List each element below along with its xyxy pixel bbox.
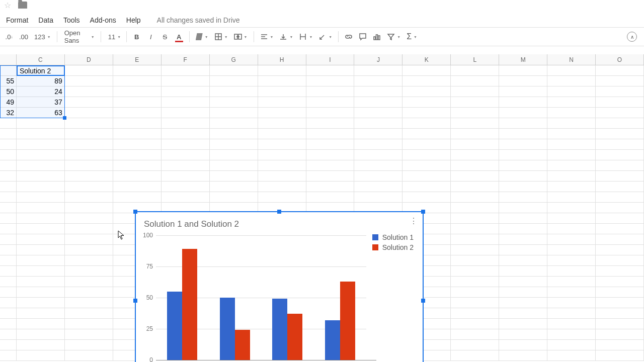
cell[interactable] xyxy=(499,76,547,86)
cell[interactable] xyxy=(499,340,547,350)
cell[interactable] xyxy=(354,108,403,118)
cell[interactable] xyxy=(547,192,596,203)
cell[interactable]: 55 xyxy=(0,76,17,86)
cell[interactable] xyxy=(499,213,547,224)
cell[interactable] xyxy=(65,129,113,139)
bold-button[interactable]: B xyxy=(131,30,143,43)
cell[interactable] xyxy=(596,329,644,340)
cell[interactable] xyxy=(354,139,403,150)
cell[interactable] xyxy=(17,213,65,224)
menu-data[interactable]: Data xyxy=(38,16,53,24)
cell[interactable] xyxy=(499,118,547,129)
cell[interactable] xyxy=(17,150,65,160)
cell[interactable] xyxy=(451,182,499,192)
cell[interactable] xyxy=(113,160,162,171)
cell[interactable] xyxy=(403,192,451,203)
bar[interactable] xyxy=(287,314,302,360)
cell[interactable] xyxy=(162,182,210,192)
cell[interactable] xyxy=(17,224,65,234)
cell[interactable] xyxy=(499,150,547,160)
cell[interactable] xyxy=(451,245,499,255)
cell[interactable] xyxy=(306,160,355,171)
cell[interactable] xyxy=(65,171,113,182)
cell[interactable] xyxy=(17,139,65,150)
legend-item[interactable]: Solution 2 xyxy=(372,243,414,251)
folder-icon[interactable] xyxy=(18,2,27,9)
cell[interactable] xyxy=(306,139,355,150)
cell[interactable] xyxy=(451,129,499,139)
cell[interactable] xyxy=(596,350,644,361)
cell[interactable] xyxy=(258,160,306,171)
cell[interactable] xyxy=(17,65,65,76)
cell[interactable] xyxy=(0,266,17,277)
bar[interactable] xyxy=(182,249,197,360)
halign-button[interactable] xyxy=(258,30,276,43)
cell[interactable] xyxy=(65,298,113,308)
column-header[interactable]: N xyxy=(547,54,596,65)
cell[interactable] xyxy=(162,150,210,160)
merge-cells-button[interactable] xyxy=(232,30,250,43)
cell[interactable] xyxy=(258,65,306,76)
cell[interactable] xyxy=(451,277,499,287)
grid-row[interactable] xyxy=(0,171,644,182)
cell[interactable] xyxy=(17,340,65,350)
cell[interactable] xyxy=(17,129,65,139)
cell[interactable] xyxy=(547,255,596,266)
cell[interactable] xyxy=(451,150,499,160)
cell[interactable] xyxy=(162,129,210,139)
text-color-button[interactable]: A xyxy=(173,30,185,43)
cell[interactable] xyxy=(258,150,306,160)
cell[interactable] xyxy=(162,86,210,97)
cell[interactable] xyxy=(113,76,162,86)
cell[interactable] xyxy=(17,266,65,277)
cell[interactable] xyxy=(547,129,596,139)
cell[interactable] xyxy=(547,76,596,86)
column-header[interactable]: L xyxy=(451,54,499,65)
cell[interactable] xyxy=(258,139,306,150)
cell[interactable] xyxy=(499,224,547,234)
cell[interactable] xyxy=(451,213,499,224)
cell[interactable] xyxy=(113,139,162,150)
chart-title[interactable]: Solution 1 and Solution 2 xyxy=(144,219,239,229)
grid-row[interactable]: 3263 xyxy=(0,108,644,118)
chart-menu-button[interactable]: ⋮ xyxy=(410,216,418,226)
cell[interactable] xyxy=(65,192,113,203)
cell[interactable] xyxy=(354,182,403,192)
cell[interactable] xyxy=(65,108,113,118)
cell[interactable] xyxy=(596,266,644,277)
cell[interactable] xyxy=(210,182,258,192)
cell[interactable] xyxy=(499,65,547,76)
cell[interactable] xyxy=(596,86,644,97)
cell[interactable] xyxy=(596,108,644,118)
cell[interactable] xyxy=(499,308,547,319)
cell[interactable] xyxy=(306,129,355,139)
cell[interactable] xyxy=(596,213,644,224)
cell[interactable] xyxy=(17,192,65,203)
cell[interactable] xyxy=(596,129,644,139)
cell[interactable] xyxy=(596,224,644,234)
cell[interactable] xyxy=(162,171,210,182)
cell[interactable] xyxy=(499,266,547,277)
cell[interactable] xyxy=(451,319,499,329)
menu-tools[interactable]: Tools xyxy=(63,16,80,24)
chart-object[interactable]: Solution 1 and Solution 2 ⋮ Solution 1 S… xyxy=(135,211,424,362)
cell[interactable] xyxy=(113,150,162,160)
font-family-select[interactable]: Open Sans xyxy=(61,30,97,43)
cell[interactable] xyxy=(210,160,258,171)
menu-help[interactable]: Help xyxy=(126,16,141,24)
cell[interactable] xyxy=(547,213,596,224)
cell[interactable] xyxy=(499,245,547,255)
borders-button[interactable] xyxy=(212,30,230,43)
cell[interactable] xyxy=(451,118,499,129)
cell[interactable] xyxy=(403,160,451,171)
cell[interactable] xyxy=(113,192,162,203)
filter-button[interactable] xyxy=(385,30,403,43)
bar[interactable] xyxy=(167,292,182,360)
cell[interactable] xyxy=(65,308,113,319)
collapse-toolbar-button[interactable]: ∧ xyxy=(627,32,637,42)
resize-handle[interactable] xyxy=(133,299,137,303)
cell[interactable] xyxy=(0,65,17,76)
cell[interactable] xyxy=(65,329,113,340)
cell[interactable] xyxy=(547,139,596,150)
bar[interactable] xyxy=(235,330,250,360)
